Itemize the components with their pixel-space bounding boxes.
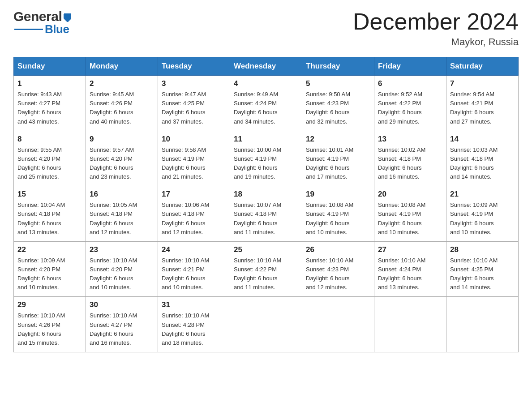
calendar-cell: 4 Sunrise: 9:49 AM Sunset: 4:24 PM Dayli… — [230, 76, 302, 131]
day-info: Sunrise: 9:54 AM Sunset: 4:21 PM Dayligh… — [450, 90, 515, 126]
calendar-cell: 30 Sunrise: 10:10 AM Sunset: 4:27 PM Day… — [86, 297, 158, 352]
calendar-cell: 22 Sunrise: 10:09 AM Sunset: 4:20 PM Day… — [14, 241, 86, 297]
week-row-3: 15 Sunrise: 10:04 AM Sunset: 4:18 PM Day… — [14, 186, 519, 242]
calendar-cell: 31 Sunrise: 10:10 AM Sunset: 4:28 PM Day… — [158, 297, 230, 352]
calendar-cell: 29 Sunrise: 10:10 AM Sunset: 4:26 PM Day… — [14, 297, 86, 352]
day-info: Sunrise: 10:10 AM Sunset: 4:21 PM Daylig… — [162, 256, 226, 292]
calendar-cell: 7 Sunrise: 9:54 AM Sunset: 4:21 PM Dayli… — [446, 76, 519, 131]
weekday-header-friday: Friday — [374, 57, 446, 76]
day-number: 23 — [90, 245, 154, 254]
calendar-cell: 18 Sunrise: 10:07 AM Sunset: 4:18 PM Day… — [230, 186, 302, 242]
day-info: Sunrise: 10:04 AM Sunset: 4:18 PM Daylig… — [17, 201, 82, 237]
day-number: 8 — [17, 135, 82, 144]
week-row-1: 1 Sunrise: 9:43 AM Sunset: 4:27 PM Dayli… — [14, 76, 519, 131]
logo-blue-text: Blue — [45, 22, 69, 36]
day-info: Sunrise: 10:01 AM Sunset: 4:19 PM Daylig… — [306, 146, 370, 182]
day-number: 15 — [17, 190, 82, 199]
day-number: 1 — [17, 79, 82, 88]
day-info: Sunrise: 10:09 AM Sunset: 4:19 PM Daylig… — [450, 201, 515, 237]
day-info: Sunrise: 10:08 AM Sunset: 4:19 PM Daylig… — [378, 201, 442, 237]
calendar-cell: 28 Sunrise: 10:10 AM Sunset: 4:25 PM Day… — [446, 241, 519, 297]
weekday-header-sunday: Sunday — [14, 57, 86, 76]
day-number: 10 — [162, 135, 226, 144]
weekday-header-saturday: Saturday — [446, 57, 519, 76]
day-info: Sunrise: 10:10 AM Sunset: 4:20 PM Daylig… — [90, 256, 154, 292]
day-info: Sunrise: 10:07 AM Sunset: 4:18 PM Daylig… — [234, 201, 298, 237]
day-info: Sunrise: 9:57 AM Sunset: 4:20 PM Dayligh… — [90, 146, 154, 182]
day-info: Sunrise: 9:49 AM Sunset: 4:24 PM Dayligh… — [234, 90, 298, 126]
calendar-cell: 19 Sunrise: 10:08 AM Sunset: 4:19 PM Day… — [302, 186, 374, 242]
logo-arrow-icon — [63, 12, 73, 22]
calendar-cell — [230, 297, 302, 352]
calendar-cell: 3 Sunrise: 9:47 AM Sunset: 4:25 PM Dayli… — [158, 76, 230, 131]
day-number: 25 — [234, 245, 298, 254]
week-row-2: 8 Sunrise: 9:55 AM Sunset: 4:20 PM Dayli… — [14, 131, 519, 186]
day-info: Sunrise: 9:45 AM Sunset: 4:26 PM Dayligh… — [90, 90, 154, 126]
page-header: General Blue December 2024 Maykor, Russi… — [13, 9, 519, 48]
calendar-cell: 15 Sunrise: 10:04 AM Sunset: 4:18 PM Day… — [14, 186, 86, 242]
calendar-cell: 8 Sunrise: 9:55 AM Sunset: 4:20 PM Dayli… — [14, 131, 86, 186]
location-title: Maykor, Russia — [353, 36, 519, 48]
calendar-cell: 24 Sunrise: 10:10 AM Sunset: 4:21 PM Day… — [158, 241, 230, 297]
day-info: Sunrise: 9:47 AM Sunset: 4:25 PM Dayligh… — [162, 90, 226, 126]
day-info: Sunrise: 9:43 AM Sunset: 4:27 PM Dayligh… — [17, 90, 82, 126]
day-number: 2 — [90, 79, 154, 88]
day-number: 16 — [90, 190, 154, 199]
weekday-header-tuesday: Tuesday — [158, 57, 230, 76]
calendar-cell: 14 Sunrise: 10:03 AM Sunset: 4:18 PM Day… — [446, 131, 519, 186]
day-number: 5 — [306, 79, 370, 88]
day-info: Sunrise: 10:10 AM Sunset: 4:22 PM Daylig… — [234, 256, 298, 292]
calendar-cell: 9 Sunrise: 9:57 AM Sunset: 4:20 PM Dayli… — [86, 131, 158, 186]
day-info: Sunrise: 10:09 AM Sunset: 4:20 PM Daylig… — [17, 256, 82, 292]
weekday-header-monday: Monday — [86, 57, 158, 76]
day-info: Sunrise: 10:10 AM Sunset: 4:25 PM Daylig… — [450, 256, 515, 292]
day-info: Sunrise: 9:58 AM Sunset: 4:19 PM Dayligh… — [162, 146, 226, 182]
day-info: Sunrise: 10:10 AM Sunset: 4:23 PM Daylig… — [306, 256, 370, 292]
svg-marker-3 — [64, 13, 71, 22]
calendar-cell: 16 Sunrise: 10:05 AM Sunset: 4:18 PM Day… — [86, 186, 158, 242]
day-number: 27 — [378, 245, 442, 254]
day-info: Sunrise: 10:06 AM Sunset: 4:18 PM Daylig… — [162, 201, 226, 237]
day-info: Sunrise: 10:02 AM Sunset: 4:18 PM Daylig… — [378, 146, 442, 182]
calendar-cell: 25 Sunrise: 10:10 AM Sunset: 4:22 PM Day… — [230, 241, 302, 297]
day-number: 29 — [17, 300, 82, 309]
logo-underline — [14, 29, 43, 30]
weekday-header-row: SundayMondayTuesdayWednesdayThursdayFrid… — [14, 57, 519, 76]
day-number: 19 — [306, 190, 370, 199]
calendar-cell: 11 Sunrise: 10:00 AM Sunset: 4:19 PM Day… — [230, 131, 302, 186]
calendar-cell: 2 Sunrise: 9:45 AM Sunset: 4:26 PM Dayli… — [86, 76, 158, 131]
day-number: 20 — [378, 190, 442, 199]
calendar-cell: 6 Sunrise: 9:52 AM Sunset: 4:22 PM Dayli… — [374, 76, 446, 131]
day-number: 26 — [306, 245, 370, 254]
calendar-cell: 21 Sunrise: 10:09 AM Sunset: 4:19 PM Day… — [446, 186, 519, 242]
day-number: 11 — [234, 135, 298, 144]
day-number: 31 — [162, 300, 226, 309]
day-number: 24 — [162, 245, 226, 254]
day-number: 6 — [378, 79, 442, 88]
day-number: 4 — [234, 79, 298, 88]
day-number: 28 — [450, 245, 515, 254]
calendar-cell: 1 Sunrise: 9:43 AM Sunset: 4:27 PM Dayli… — [14, 76, 86, 131]
day-info: Sunrise: 10:10 AM Sunset: 4:26 PM Daylig… — [17, 311, 82, 347]
day-info: Sunrise: 10:10 AM Sunset: 4:24 PM Daylig… — [378, 256, 442, 292]
day-info: Sunrise: 10:03 AM Sunset: 4:18 PM Daylig… — [450, 146, 515, 182]
calendar-cell — [446, 297, 519, 352]
week-row-4: 22 Sunrise: 10:09 AM Sunset: 4:20 PM Day… — [14, 241, 519, 297]
day-info: Sunrise: 9:55 AM Sunset: 4:20 PM Dayligh… — [17, 146, 82, 182]
weekday-header-thursday: Thursday — [302, 57, 374, 76]
calendar-cell: 5 Sunrise: 9:50 AM Sunset: 4:23 PM Dayli… — [302, 76, 374, 131]
calendar-table: SundayMondayTuesdayWednesdayThursdayFrid… — [13, 57, 519, 352]
month-title: December 2024 — [353, 9, 519, 34]
day-number: 13 — [378, 135, 442, 144]
logo: General Blue — [13, 9, 73, 36]
day-number: 3 — [162, 79, 226, 88]
day-number: 9 — [90, 135, 154, 144]
logo-general-text: General — [13, 9, 62, 24]
calendar-cell: 26 Sunrise: 10:10 AM Sunset: 4:23 PM Day… — [302, 241, 374, 297]
calendar-cell: 17 Sunrise: 10:06 AM Sunset: 4:18 PM Day… — [158, 186, 230, 242]
title-area: December 2024 Maykor, Russia — [353, 9, 519, 48]
day-info: Sunrise: 10:08 AM Sunset: 4:19 PM Daylig… — [306, 201, 370, 237]
calendar-cell: 12 Sunrise: 10:01 AM Sunset: 4:19 PM Day… — [302, 131, 374, 186]
day-number: 22 — [17, 245, 82, 254]
calendar-cell: 27 Sunrise: 10:10 AM Sunset: 4:24 PM Day… — [374, 241, 446, 297]
